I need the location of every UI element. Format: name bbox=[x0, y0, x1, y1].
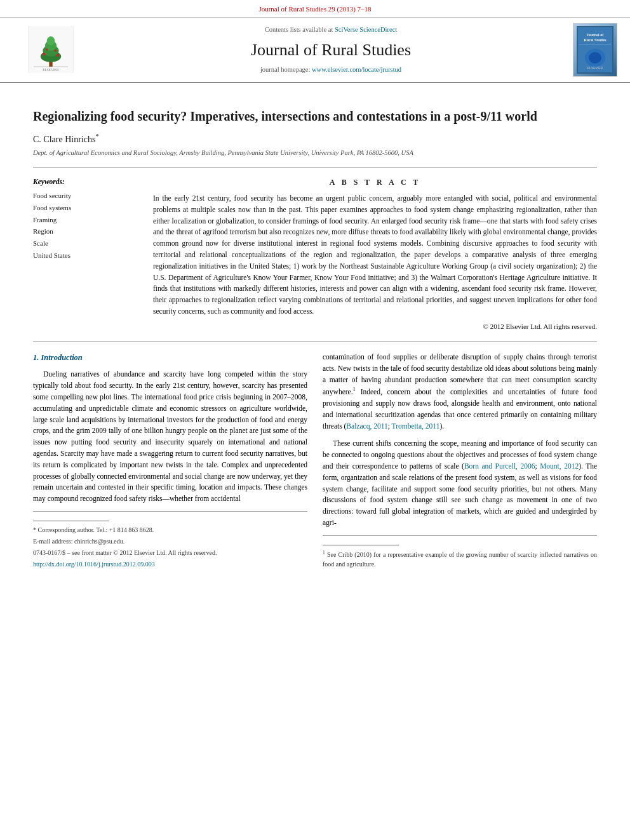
article-affiliation: Dept. of Agricultural Economics and Rura… bbox=[33, 148, 597, 158]
article-author: C. Clare Hinrichs* bbox=[33, 131, 597, 146]
intro-para-right-1: contamination of food supplies or delibe… bbox=[323, 352, 597, 432]
doi-note: http://dx.doi.org/10.1016/j.jrurstud.201… bbox=[33, 559, 307, 569]
mount-ref[interactable]: Mount, 2012 bbox=[540, 462, 579, 470]
svg-text:ELSEVIER: ELSEVIER bbox=[587, 66, 603, 70]
keyword-food-systems: Food systems bbox=[33, 202, 138, 214]
section-1-heading: 1. Introduction bbox=[33, 352, 307, 364]
footer-left-area: * Corresponding author. Tel.: +1 814 863… bbox=[33, 511, 307, 569]
body-right-column: contamination of food supplies or delibe… bbox=[323, 352, 597, 571]
corresponding-author-note: * Corresponding author. Tel.: +1 814 863… bbox=[33, 525, 307, 535]
elsevier-tree-icon: ELSEVIER bbox=[28, 27, 74, 72]
keyword-united-states: United States bbox=[33, 250, 138, 262]
abstract-column: A B S T R A C T In the early 21st centur… bbox=[153, 177, 597, 332]
keyword-food-security: Food security bbox=[33, 190, 138, 202]
journal-header: ELSEVIER Contents lists available at Sci… bbox=[0, 18, 630, 83]
footnote-ref-1: 1 bbox=[353, 386, 356, 392]
doi-link[interactable]: http://dx.doi.org/10.1016/j.jrurstud.201… bbox=[33, 561, 155, 568]
trombetta-ref[interactable]: Trombetta, 2011 bbox=[392, 422, 440, 430]
body-columns: 1. Introduction Dueling narratives of ab… bbox=[33, 352, 597, 571]
homepage-link[interactable]: www.elsevier.com/locate/jrurstud bbox=[312, 66, 401, 73]
intro-para-right-2: These current shifts concerning the scop… bbox=[323, 438, 597, 529]
journal-ref-bar: Journal of Rural Studies 29 (2013) 7–18 bbox=[0, 0, 630, 18]
footer-right-area: 1 See Cribb (2010) for a representative … bbox=[323, 535, 597, 569]
svg-text:Rural Studies: Rural Studies bbox=[584, 38, 607, 42]
elsevier-logo-block: ELSEVIER bbox=[13, 27, 89, 72]
svg-text:Journal of: Journal of bbox=[587, 33, 605, 37]
svg-point-7 bbox=[57, 54, 60, 57]
born-purcell-ref[interactable]: Born and Purcell, 2006 bbox=[464, 462, 535, 470]
keywords-column: Keywords: Food security Food systems Fra… bbox=[33, 177, 138, 332]
journal-thumbnail: Journal of Rural Studies ELSEVIER bbox=[573, 23, 617, 77]
footnote-divider-right bbox=[323, 545, 399, 545]
article-title: Regionalizing food security? Imperatives… bbox=[33, 107, 597, 125]
body-left-column: 1. Introduction Dueling narratives of ab… bbox=[33, 352, 307, 571]
svg-text:ELSEVIER: ELSEVIER bbox=[43, 68, 59, 72]
svg-rect-16 bbox=[579, 44, 611, 44]
copyright-notice: © 2012 Elsevier Ltd. All rights reserved… bbox=[153, 321, 597, 332]
svg-point-18 bbox=[589, 52, 601, 63]
keywords-title: Keywords: bbox=[33, 177, 138, 187]
balzacq-ref[interactable]: Balzacq, 2011 bbox=[346, 422, 387, 430]
issn-note: 0743-0167/$ – see front matter © 2012 El… bbox=[33, 548, 307, 557]
keyword-framing: Framing bbox=[33, 214, 138, 226]
keyword-scale: Scale bbox=[33, 237, 138, 250]
svg-point-6 bbox=[43, 53, 46, 56]
svg-point-8 bbox=[46, 48, 48, 51]
footnote-1-num: 1 bbox=[323, 550, 325, 556]
main-content: Regionalizing food security? Imperatives… bbox=[0, 83, 630, 571]
journal-ref-text: Journal of Rural Studies 29 (2013) 7–18 bbox=[258, 5, 371, 13]
keyword-region: Region bbox=[33, 225, 138, 237]
abstract-section: Keywords: Food security Food systems Fra… bbox=[33, 167, 597, 342]
footnote-divider bbox=[33, 521, 109, 521]
intro-para-1: Dueling narratives of abundance and scar… bbox=[33, 369, 307, 505]
abstract-text: In the early 21st century, food security… bbox=[153, 193, 597, 332]
email-note: E-mail address: chinrichs@psu.edu. bbox=[33, 537, 307, 546]
footnote-1-text: 1 See Cribb (2010) for a representative … bbox=[323, 549, 597, 569]
sciverse-note: Contents lists available at SciVerse Sci… bbox=[95, 25, 566, 35]
page-wrapper: Journal of Rural Studies 29 (2013) 7–18 bbox=[0, 0, 630, 840]
sciverse-link[interactable]: SciVerse ScienceDirect bbox=[335, 26, 397, 33]
journal-homepage: journal homepage: www.elsevier.com/locat… bbox=[95, 65, 566, 75]
journal-title-header: Journal of Rural Studies bbox=[95, 37, 566, 62]
journal-cover-icon: Journal of Rural Studies ELSEVIER bbox=[577, 26, 613, 74]
svg-point-5 bbox=[47, 36, 55, 45]
abstract-heading: A B S T R A C T bbox=[153, 177, 597, 188]
svg-point-9 bbox=[54, 50, 57, 52]
journal-center-info: Contents lists available at SciVerse Sci… bbox=[89, 25, 573, 75]
author-superscript: * bbox=[95, 133, 98, 140]
